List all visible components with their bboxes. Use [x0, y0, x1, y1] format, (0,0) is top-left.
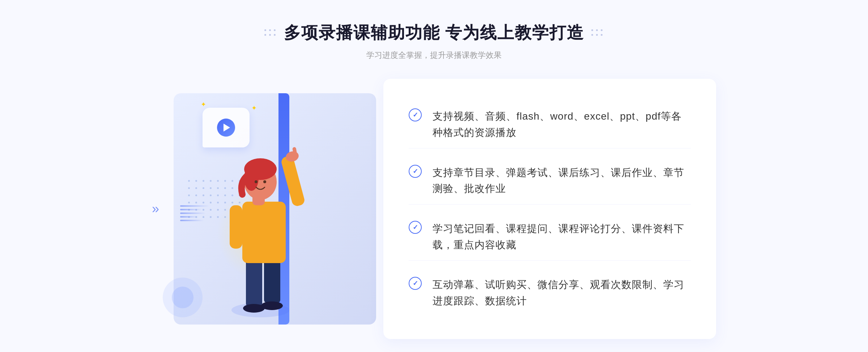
check-icon-2: ✓: [409, 165, 422, 178]
check-icon-3: ✓: [409, 221, 422, 234]
page-title: 多项录播课辅助功能 专为线上教学打造: [284, 22, 584, 44]
feature-item-2: ✓ 支持章节目录、弹题考试、课后练习、课后作业、章节测验、批改作业: [409, 158, 691, 205]
dot-grid-left-decoration: [264, 29, 277, 37]
check-icon-4: ✓: [409, 277, 422, 290]
svg-rect-6: [280, 155, 306, 207]
svg-point-4: [261, 301, 283, 310]
header-section: 多项录播课辅助功能 专为线上教学打造 学习进度全掌握，提升录播课教学效果: [264, 0, 604, 61]
features-panel: ✓ 支持视频、音频、flash、word、excel、ppt、pdf等各种格式的…: [383, 79, 716, 339]
feature-item-1: ✓ 支持视频、音频、flash、word、excel、ppt、pdf等各种格式的…: [409, 101, 691, 149]
svg-point-12: [255, 180, 258, 183]
svg-rect-1: [246, 259, 262, 306]
left-illustration: ✦ ✦: [145, 79, 391, 339]
feature-text-1: 支持视频、音频、flash、word、excel、ppt、pdf等各种格式的资源…: [433, 108, 691, 141]
svg-rect-5: [242, 202, 286, 263]
check-icon-1: ✓: [409, 108, 422, 121]
svg-rect-2: [264, 259, 280, 303]
header-title-row: 多项录播课辅助功能 专为线上教学打造: [264, 22, 604, 44]
content-area: ✦ ✦: [145, 79, 723, 339]
deco-circle-group: [163, 278, 203, 317]
svg-point-13: [263, 180, 266, 183]
chevron-left-icon: »: [152, 201, 159, 216]
feature-item-4: ✓ 互动弹幕、试听购买、微信分享、观看次数限制、学习进度跟踪、数据统计: [409, 270, 691, 317]
spark-icon-2: ✦: [251, 104, 257, 112]
page-container: 多项录播课辅助功能 专为线上教学打造 学习进度全掌握，提升录播课教学效果: [0, 0, 868, 352]
dot-grid-right-decoration: [591, 29, 604, 37]
person-illustration: [210, 122, 311, 325]
feature-text-2: 支持章节目录、弹题考试、课后练习、课后作业、章节测验、批改作业: [433, 165, 691, 197]
feature-text-4: 互动弹幕、试听购买、微信分享、观看次数限制、学习进度跟踪、数据统计: [433, 277, 691, 309]
page-subtitle: 学习进度全掌握，提升录播课教学效果: [264, 50, 604, 61]
spark-icon-1: ✦: [201, 100, 206, 108]
feature-item-3: ✓ 学习笔记回看、课程提问、课程评论打分、课件资料下载，重点内容收藏: [409, 214, 691, 261]
feature-text-3: 学习笔记回看、课程提问、课程评论打分、课件资料下载，重点内容收藏: [433, 221, 691, 253]
svg-rect-7: [230, 205, 242, 249]
stripes-decoration: [180, 205, 209, 221]
